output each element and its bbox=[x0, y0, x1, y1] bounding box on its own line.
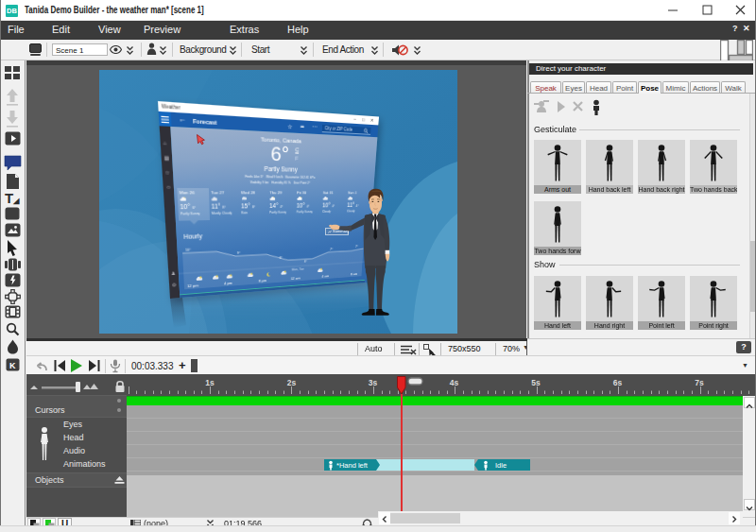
svg-text:*Hand left: *Hand left bbox=[336, 461, 369, 470]
svg-text:2s: 2s bbox=[287, 378, 297, 387]
svg-text:4s: 4s bbox=[450, 378, 459, 387]
svg-text:5s: 5s bbox=[531, 378, 541, 387]
svg-text:Idle: Idle bbox=[495, 461, 507, 470]
svg-text:7s: 7s bbox=[695, 378, 704, 387]
svg-text:3s: 3s bbox=[369, 378, 378, 387]
svg-text:K: K bbox=[9, 361, 16, 370]
svg-text:1s: 1s bbox=[205, 378, 215, 387]
svg-text:6s: 6s bbox=[613, 378, 623, 387]
